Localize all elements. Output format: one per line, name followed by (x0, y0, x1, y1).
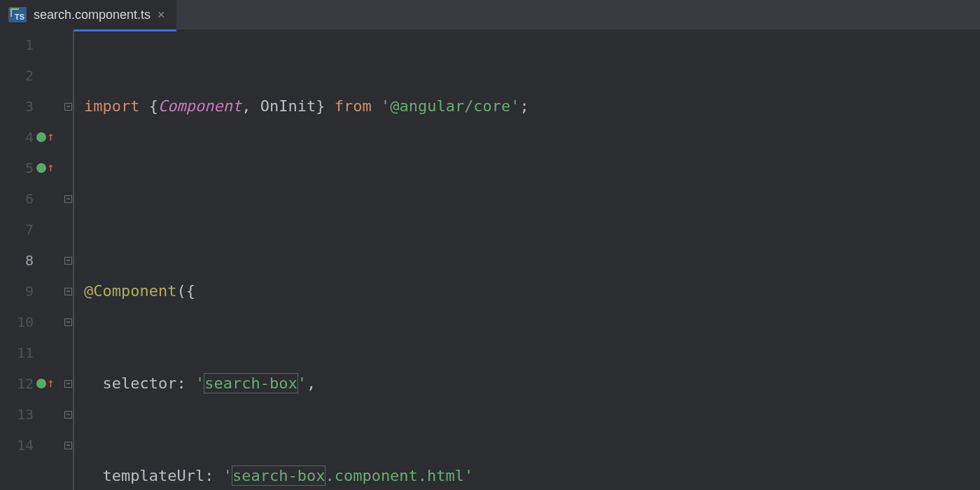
editor-tabbar: TS search.component.ts × (0, 0, 980, 29)
fold-handle-icon[interactable] (64, 288, 72, 295)
string: ' (195, 374, 204, 392)
tab-filename: search.component.ts (34, 8, 150, 22)
line-number: 1 (0, 29, 34, 60)
punct: ; (520, 97, 529, 115)
property: templateUrl (103, 467, 205, 484)
punct: } (316, 97, 325, 115)
code-line[interactable]: templateUrl: 'search-box.component.html' (84, 461, 980, 490)
circle-icon (36, 163, 46, 173)
fold-column (63, 29, 73, 461)
punct: , (307, 374, 316, 392)
circle-icon (36, 379, 46, 388)
line-number: 6 (0, 183, 34, 214)
property: selector (103, 374, 177, 392)
line-numbers: 1 2 3 4 5 6 7 8 9 10 11 12 13 14 (0, 29, 34, 461)
close-icon[interactable]: × (158, 8, 165, 21)
string: ' (298, 374, 307, 392)
line-number: 14 (0, 430, 34, 461)
line-number: 9 (0, 276, 34, 307)
punct: , (241, 97, 251, 115)
line-number: 5 (0, 153, 34, 183)
line-number: 2 (0, 60, 34, 91)
fold-handle-icon[interactable] (64, 380, 72, 388)
code-area[interactable]: import {Component, OnInit} from '@angula… (74, 29, 980, 490)
line-number: 11 (0, 337, 34, 368)
line-number: 3 (0, 91, 34, 122)
punct: ({ (176, 282, 195, 300)
string: .component.html (325, 467, 464, 484)
file-tab[interactable]: TS search.component.ts × (0, 0, 176, 29)
typescript-file-icon: TS (8, 7, 27, 22)
punct: : (204, 467, 214, 484)
string: '@angular/core' (381, 97, 520, 115)
punct: { (149, 97, 158, 115)
keyword: from (335, 97, 372, 115)
code-line[interactable]: @Component({ (84, 276, 980, 307)
fold-handle-icon[interactable] (64, 411, 72, 419)
identifier: OnInit (260, 97, 316, 115)
line-number: 12 (0, 368, 34, 399)
string: ' (464, 467, 473, 484)
gutter-markers: ↑ ↑ ↑ (36, 29, 64, 461)
line-number: 13 (0, 399, 34, 430)
line-number: 7 (0, 214, 34, 245)
fold-handle-icon[interactable] (64, 442, 72, 449)
line-number: 10 (0, 307, 34, 337)
code-line[interactable]: import {Component, OnInit} from '@angula… (84, 91, 980, 122)
keyword: import (84, 97, 139, 115)
implemented-marker[interactable]: ↑ (36, 368, 64, 399)
fold-handle-icon[interactable] (64, 103, 72, 111)
line-number: 8 (0, 245, 34, 276)
rename-occurrence: search-box (232, 466, 325, 485)
punct: : (176, 374, 186, 392)
arrow-up-icon: ↑ (47, 377, 55, 389)
class-ref: Component (158, 97, 241, 115)
editor-gutter: 1 2 3 4 5 6 7 8 9 10 11 12 13 14 ↑ ↑ ↑ (0, 29, 74, 490)
code-editor[interactable]: 1 2 3 4 5 6 7 8 9 10 11 12 13 14 ↑ ↑ ↑ (0, 29, 980, 490)
code-line[interactable] (84, 183, 980, 214)
arrow-up-icon: ↑ (47, 161, 55, 174)
fold-handle-icon[interactable] (64, 318, 72, 326)
rename-occurrence: search-box (204, 374, 297, 393)
code-line[interactable]: selector: 'search-box', (84, 368, 980, 399)
implemented-marker[interactable]: ↑ (36, 122, 64, 153)
circle-icon (36, 132, 46, 142)
implemented-marker[interactable]: ↑ (36, 153, 64, 183)
fold-handle-icon[interactable] (64, 195, 72, 203)
line-number: 4 (0, 122, 34, 153)
arrow-up-icon: ↑ (47, 130, 55, 143)
fold-handle-icon[interactable] (64, 257, 72, 265)
decorator: @Component (84, 282, 176, 300)
string: ' (223, 467, 232, 484)
